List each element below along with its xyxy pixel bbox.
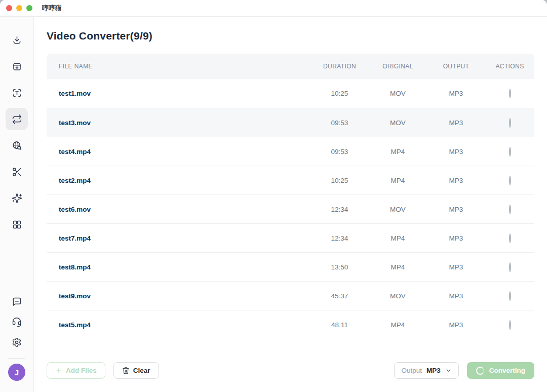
file-name: test4.mp4: [47, 148, 310, 155]
table-row[interactable]: test2.mp4 10:25 MP4 MP3: [47, 166, 534, 194]
table-row[interactable]: test6.mov 12:34 MOV MP3: [47, 194, 534, 223]
duration: 10:25: [310, 177, 369, 184]
chevron-down-icon: [445, 367, 452, 374]
sparkles-icon: [12, 193, 22, 204]
avatar[interactable]: J: [8, 364, 25, 381]
progress-spinner-icon: [509, 176, 511, 185]
output-format: MP3: [427, 321, 485, 329]
progress-spinner-icon: [509, 147, 511, 156]
output-label: Output: [401, 367, 422, 374]
file-name: test9.mov: [47, 292, 310, 300]
original-format: MP4: [369, 177, 427, 184]
download-icon: [12, 35, 22, 46]
headset-icon: [12, 317, 22, 327]
file-name: test5.mp4: [47, 321, 310, 329]
duration: 12:34: [310, 206, 369, 213]
scissors-icon: [12, 167, 22, 177]
duration: 10:25: [310, 90, 369, 97]
col-actions: ACTIONS: [485, 63, 534, 70]
minimize-button[interactable]: [16, 5, 22, 11]
sidebar-divider: [8, 358, 25, 359]
table-row[interactable]: test9.mov 45:37 MOV MP3: [47, 281, 534, 310]
table-row[interactable]: test1.mov 10:25 MOV MP3: [47, 79, 534, 108]
duration: 48:11: [310, 321, 369, 329]
table-header: FILE NAME DURATION ORIGINAL OUTPUT ACTIO…: [47, 54, 534, 79]
main-panel: Video Converter(9/9) FILE NAME DURATION …: [34, 17, 547, 392]
table-row[interactable]: test8.mp4 13:50 MP4 MP3: [47, 252, 534, 281]
titlebar: 哼哼猫: [0, 0, 547, 17]
page-title: Video Converter(9/9): [47, 30, 534, 42]
output-format: MP3: [427, 234, 485, 242]
trash-icon: [122, 367, 130, 374]
sidebar-item-ai-tools[interactable]: [6, 187, 28, 209]
gear-icon: [12, 337, 22, 347]
zoom-button[interactable]: [26, 5, 32, 11]
globe-search-icon: [12, 140, 22, 151]
bottom-toolbar: Add Files Clear Output MP3: [47, 362, 534, 379]
progress-spinner-icon: [509, 118, 511, 128]
repeat-icon: [12, 114, 22, 125]
output-value: MP3: [426, 367, 441, 374]
duration: 12:34: [310, 234, 369, 242]
original-format: MOV: [369, 119, 427, 127]
file-name: test8.mp4: [47, 263, 310, 271]
progress-spinner-icon: [509, 291, 511, 301]
output-format: MP3: [427, 119, 485, 127]
original-format: MP4: [369, 148, 427, 155]
chat-icon: [12, 297, 22, 307]
sidebar-item-feedback[interactable]: [8, 293, 26, 311]
plus-icon: [55, 367, 62, 374]
table-row[interactable]: test3.mov 09:53 MOV MP3: [47, 108, 534, 137]
output-format: MP3: [427, 206, 485, 213]
loading-spinner-icon: [476, 367, 484, 375]
output-format-select[interactable]: Output MP3: [394, 362, 458, 379]
output-format: MP3: [427, 263, 485, 271]
box-download-icon: [12, 61, 22, 72]
sidebar-item-converter[interactable]: [6, 108, 28, 130]
sidebar-item-web-search[interactable]: [6, 134, 28, 156]
duration: 09:53: [310, 148, 369, 155]
duration: 09:53: [310, 119, 369, 127]
table-row[interactable]: test4.mp4 09:53 MP4 MP3: [47, 137, 534, 166]
grid-icon: [12, 219, 22, 230]
close-button[interactable]: [6, 5, 12, 11]
output-format: MP3: [427, 148, 485, 155]
progress-spinner-icon: [509, 262, 511, 272]
original-format: MOV: [369, 206, 427, 213]
file-name: test7.mp4: [47, 234, 310, 242]
col-duration: DURATION: [310, 63, 369, 70]
original-format: MOV: [369, 292, 427, 300]
clear-button[interactable]: Clear: [113, 362, 159, 379]
add-files-label: Add Files: [66, 367, 97, 374]
progress-spinner-icon: [509, 233, 511, 243]
text-scan-icon: [12, 88, 22, 98]
progress-spinner-icon: [509, 205, 511, 214]
converting-button[interactable]: Converting: [467, 362, 534, 379]
output-format: MP3: [427, 90, 485, 97]
duration: 13:50: [310, 263, 369, 271]
clear-label: Clear: [133, 367, 150, 374]
file-name: test3.mov: [47, 119, 310, 127]
sidebar-item-support[interactable]: [8, 313, 26, 331]
file-name: test6.mov: [47, 206, 310, 213]
sidebar-item-settings[interactable]: [8, 333, 26, 351]
output-format: MP3: [427, 177, 485, 184]
table-row[interactable]: test7.mp4 12:34 MP4 MP3: [47, 223, 534, 252]
original-format: MP4: [369, 321, 427, 329]
sidebar-item-apps[interactable]: [6, 213, 28, 236]
sidebar-item-video-downloader[interactable]: [6, 55, 28, 77]
sidebar-item-text-recognition[interactable]: [6, 82, 28, 104]
sidebar: J: [0, 17, 34, 392]
col-output: OUTPUT: [427, 63, 485, 70]
traffic-lights: [6, 5, 32, 11]
table-row[interactable]: test5.mp4 48:11 MP4 MP3: [47, 310, 534, 339]
file-table: FILE NAME DURATION ORIGINAL OUTPUT ACTIO…: [47, 54, 534, 339]
window-title: 哼哼猫: [42, 4, 62, 13]
col-original: ORIGINAL: [369, 63, 427, 70]
app-window: 哼哼猫: [0, 0, 547, 392]
sidebar-item-trim[interactable]: [6, 161, 28, 183]
progress-spinner-icon: [509, 89, 511, 98]
converting-label: Converting: [489, 367, 525, 374]
add-files-button[interactable]: Add Files: [47, 362, 105, 379]
sidebar-item-download[interactable]: [6, 29, 28, 51]
